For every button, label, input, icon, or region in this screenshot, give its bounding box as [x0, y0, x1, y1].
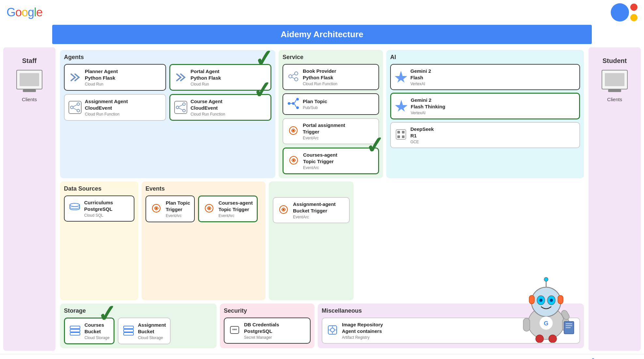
bottom-bar: linchr@ GC Google Cloud [0, 354, 644, 359]
gemini-thinking-subtitle: VertexAI [411, 111, 445, 115]
courses-trigger-text: Courses-agentTopic Trigger EventArc [303, 152, 337, 170]
svg-rect-45 [124, 333, 133, 335]
courses-trigger-card: Courses-agentTopic Trigger EventArc ✓ [283, 148, 379, 174]
svg-point-6 [183, 103, 185, 105]
svg-rect-42 [70, 333, 80, 335]
db-credentials-title: DB CredentialsPostgreSQL [244, 321, 279, 334]
assignment-bucket-trigger-subtitle: EventArc [293, 215, 336, 219]
plan-topic-text: Plan Topic Pub/Sub [303, 98, 327, 110]
courses-event-trigger-text: Courses-agentTopic Trigger EventArc [219, 200, 253, 218]
svg-line-21 [295, 104, 296, 107]
svg-line-9 [179, 108, 183, 110]
bottom-section: Data Sources CurriculumsPostgreSQL Cloud… [60, 181, 584, 300]
assignment-agent-card: Assignment AgentCloudEvent Cloud Run Fun… [64, 94, 166, 121]
portal-agent-title: Portal AgentPython Flask [191, 68, 221, 81]
student-label: Student [603, 57, 627, 65]
image-repo-title: Image RepositoryAgent containers [342, 321, 383, 334]
image-repo-text: Image RepositoryAgent containers Artifac… [342, 321, 383, 340]
plan-topic-subtitle: Pub/Sub [303, 105, 327, 110]
assignment-agent-icon [69, 101, 82, 114]
student-monitor [605, 73, 624, 86]
page-title: Aidemy Architecture [57, 29, 587, 39]
data-sources-label: Data Sources [64, 185, 134, 192]
book-provider-subtitle: Cloud Run Function [303, 82, 337, 86]
assignment-agent-title: Assignment AgentCloudEvent [85, 98, 128, 111]
svg-rect-41 [70, 329, 80, 332]
gemini-thinking-title: Gemini 2Flash Thinking [411, 97, 445, 110]
book-provider-text: Book ProviderPython Flask Cloud Run Func… [303, 68, 337, 86]
image-repo-icon [326, 324, 339, 337]
curriculums-text: CurriculumsPostgreSQL Cloud SQL [84, 199, 113, 218]
svg-point-15 [292, 102, 295, 105]
assignment-bucket-text: AssignmentBucket Cloud Storage [138, 322, 166, 340]
student-client-label: Clients [607, 97, 622, 102]
storage-section: Storage CoursesBucket [60, 304, 217, 348]
plan-topic-icon [287, 97, 299, 111]
student-client-icon [602, 70, 628, 89]
google-logo: Google [7, 6, 42, 19]
checkmark-course: ✓ [252, 76, 273, 105]
gemini-flash-icon [395, 70, 407, 84]
db-credentials-text: DB CredentialsPostgreSQL Secret Manager [244, 321, 279, 340]
assignment-bucket-card: AssignmentBucket Cloud Storage [118, 318, 171, 344]
ga-dot-yellow [630, 14, 637, 21]
plan-topic-title: Plan Topic [303, 98, 327, 105]
svg-point-33 [70, 203, 80, 207]
staff-monitor [20, 73, 39, 86]
events-label: Events [146, 185, 262, 192]
image-repo-subtitle: Artifact Registry [342, 335, 383, 340]
staff-panel: Staff Clients [3, 47, 55, 351]
svg-point-7 [183, 109, 185, 112]
ga-circle [611, 3, 629, 22]
svg-point-35 [155, 207, 157, 209]
assignment-bucket-trigger-text: Assignment-agentBucket Trigger EventArc [293, 201, 336, 219]
svg-point-5 [176, 106, 179, 109]
planner-agent-text: Planner AgentPython Flask Cloud Run [85, 68, 118, 86]
checkmark-courses-bucket: ✓ [96, 300, 118, 328]
service-label: Service [283, 54, 379, 61]
top-bar: Google [0, 0, 644, 25]
security-section: Security *** DB CredentialsPostgreSQL Se… [220, 304, 314, 348]
course-agent-subtitle: Cloud Run Function [191, 112, 225, 117]
courses-event-trigger-card: Courses-agentTopic Trigger EventArc [198, 195, 258, 222]
curriculums-title: CurriculumsPostgreSQL [84, 199, 113, 212]
svg-point-16 [288, 102, 290, 105]
svg-rect-30 [402, 131, 405, 133]
svg-line-4 [73, 108, 77, 110]
planner-agent-card: Planner AgentPython Flask Cloud Run [64, 64, 166, 91]
db-credentials-subtitle: Secret Manager [244, 335, 279, 340]
svg-rect-40 [70, 326, 80, 329]
book-provider-title: Book ProviderPython Flask [303, 68, 337, 81]
portal-agent-text: Portal AgentPython Flask Cloud Run [191, 68, 221, 86]
checkmark-portal: ✓ [253, 47, 275, 73]
svg-rect-43 [124, 326, 133, 329]
portal-trigger-subtitle: EventArc [303, 136, 345, 140]
assignment-agent-subtitle: Cloud Run Function [85, 112, 128, 117]
book-provider-icon [287, 70, 299, 84]
plan-topic-trigger-card: Plan TopicTrigger EventArc [146, 195, 195, 222]
svg-point-18 [296, 106, 299, 109]
svg-line-3 [73, 105, 77, 107]
svg-line-8 [179, 105, 183, 107]
svg-text:***: *** [232, 328, 237, 333]
portal-agent-icon [174, 71, 187, 84]
gemini-flash-card: Gemini 2Flash VertexAI [390, 64, 580, 90]
gemini-thinking-text: Gemini 2Flash Thinking VertexAI [411, 97, 445, 115]
deepseek-icon [395, 128, 407, 142]
svg-rect-32 [402, 135, 405, 138]
courses-bucket-card: CoursesBucket Cloud Storage ✓ [64, 318, 115, 344]
storage-security-row: Storage CoursesBucket [60, 304, 584, 348]
course-agent-text: Course AgentCloudEvent Cloud Run Functio… [191, 98, 225, 117]
title-bar: Aidemy Architecture [52, 25, 592, 44]
deepseek-card: DeepSeekR1 GCE [390, 122, 580, 148]
assignment-bucket-icon [122, 324, 135, 338]
svg-point-1 [77, 103, 80, 105]
staff-client-icon [16, 70, 42, 89]
ai-cards: Gemini 2Flash VertexAI Gemini 2Flash Th [390, 64, 580, 148]
staff-label: Staff [22, 57, 37, 65]
agents-section: Agents Planner AgentPython Flask Clou [60, 50, 275, 178]
top-row: Agents Planner AgentPython Flask Clou [60, 50, 584, 178]
staff-client-label: Clients [22, 97, 37, 102]
miscellaneous-label: Miscellaneous [322, 307, 580, 314]
student-panel: Student Clients [589, 47, 641, 351]
